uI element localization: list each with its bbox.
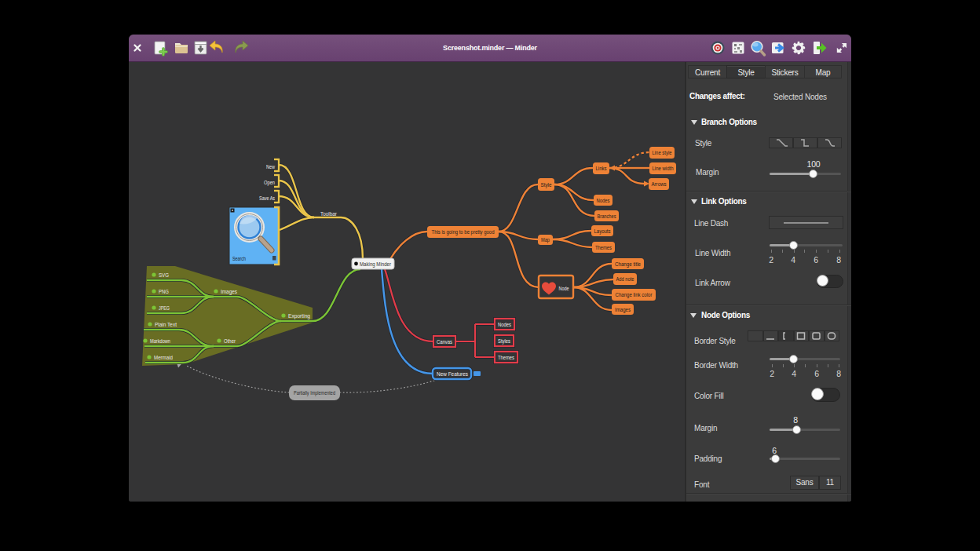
svg-text:Themes: Themes [595, 245, 612, 250]
svg-text:Open: Open [264, 179, 275, 186]
svg-text:PNG: PNG [159, 288, 169, 295]
svg-text:Style: Style [541, 182, 552, 188]
svg-text:Other: Other [224, 338, 236, 345]
svg-text:Images: Images [615, 307, 631, 313]
svg-text:Save As: Save As [259, 195, 275, 202]
svg-text:JPEG: JPEG [159, 305, 170, 312]
svg-text:Map: Map [541, 237, 550, 243]
svg-text:Add note: Add note [616, 276, 634, 282]
svg-text:Nodes: Nodes [597, 198, 610, 203]
svg-text:Exporting: Exporting [288, 312, 310, 319]
svg-text:Toolbar: Toolbar [320, 210, 337, 217]
svg-text:Line width: Line width [653, 166, 674, 171]
svg-text:SVG: SVG [159, 272, 169, 279]
svg-text:Images: Images [221, 288, 237, 295]
svg-text:This is going to be pretty goo: This is going to be pretty good [432, 229, 495, 235]
svg-text:Styles: Styles [498, 338, 510, 345]
svg-text:Canvas: Canvas [437, 338, 452, 345]
svg-text:Markdown: Markdown [150, 338, 170, 345]
svg-text:Making Minder: Making Minder [360, 261, 391, 268]
svg-text:Themes: Themes [498, 354, 514, 361]
svg-text:New Features: New Features [437, 370, 468, 378]
svg-text:Mermaid: Mermaid [154, 354, 173, 361]
svg-text:Plain Text: Plain Text [155, 321, 177, 328]
svg-text:Node: Node [559, 285, 569, 292]
svg-text:Change link color: Change link color [616, 292, 653, 298]
svg-text:Branches: Branches [598, 213, 616, 219]
svg-text:New: New [266, 163, 275, 170]
svg-text:Arrows: Arrows [652, 181, 667, 187]
svg-text:Links: Links [596, 166, 607, 171]
svg-text:Layouts: Layouts [594, 228, 611, 235]
svg-text:Partially Implemented: Partially Implemented [294, 390, 335, 396]
svg-text:Change title: Change title [615, 261, 641, 268]
svg-text:Search: Search [232, 256, 246, 261]
svg-text:Line style: Line style [653, 150, 672, 156]
svg-text:Nodes: Nodes [498, 321, 511, 328]
